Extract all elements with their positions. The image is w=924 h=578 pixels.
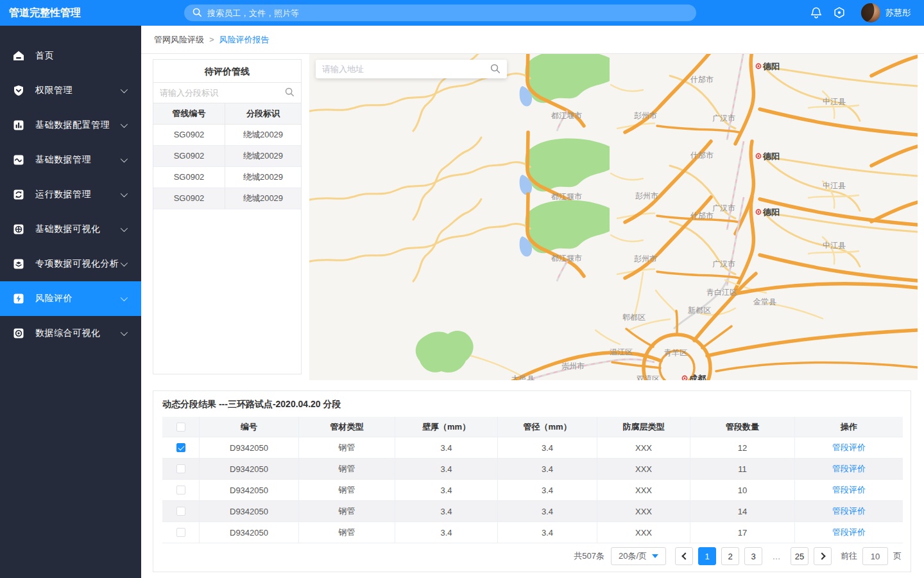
segment-table-body: D9342050钢管3.43.4XXX12管段评价D9342050钢管3.43.… — [162, 437, 903, 543]
segment-cell: 钢管 — [299, 459, 395, 479]
segment-cell: 3.4 — [395, 459, 498, 479]
row-checkbox[interactable] — [176, 464, 185, 473]
page-number-button[interactable]: 3 — [744, 547, 762, 565]
breadcrumb-current[interactable]: 风险评价报告 — [219, 34, 270, 46]
next-page-button[interactable] — [814, 547, 832, 565]
row-checkbox[interactable] — [176, 507, 185, 516]
map-address-input[interactable] — [322, 64, 490, 74]
pipeline-row[interactable]: SG0902 绕城20029 — [153, 188, 301, 209]
sidebar-item-7[interactable]: 风险评价 — [0, 281, 141, 316]
sidebar-item-label: 基础数据管理 — [35, 154, 91, 166]
wave-icon — [13, 154, 24, 166]
pipeline-row[interactable]: SG0902 绕城20029 — [153, 125, 301, 146]
sidebar-nav: 首页权限管理基础数据配置管理基础数据管理运行数据管理基础数据可视化专项数据可视化… — [0, 26, 141, 578]
row-checkbox[interactable] — [176, 486, 185, 495]
segment-cell: XXX — [597, 459, 690, 479]
map-canvas[interactable]: 德阳德阳德阳成都什邡市什邡市什邡市广汉市广汉市广汉市中江县中江县中江县彭州市彭州… — [309, 54, 918, 380]
map-address-search[interactable] — [316, 60, 507, 78]
search-icon[interactable] — [490, 63, 501, 76]
goto-label: 前往 — [841, 550, 857, 562]
sidebar-item-3[interactable]: 基础数据管理 — [0, 143, 141, 177]
map-district-label: 大邑县 — [511, 374, 535, 380]
global-search-input[interactable] — [207, 8, 689, 18]
notification-bell-icon[interactable] — [809, 6, 823, 20]
segment-cell: D9342050 — [200, 522, 299, 543]
map-district-label: 彭州市 — [634, 111, 657, 120]
chevron-down-icon — [121, 155, 128, 162]
segment-col-6: 操作 — [795, 417, 903, 437]
global-search[interactable] — [184, 4, 696, 21]
segment-cell: 10 — [690, 480, 795, 500]
sync-icon — [13, 189, 24, 200]
user-name[interactable]: 苏慧彤 — [886, 0, 911, 26]
settings-icon[interactable] — [832, 6, 846, 20]
row-checkbox[interactable] — [176, 443, 185, 452]
map-city-label: 德阳 — [762, 152, 780, 161]
segment-table-row[interactable]: D9342050钢管3.43.4XXX12管段评价 — [162, 437, 903, 459]
breadcrumb-parent[interactable]: 管网风险评级 — [154, 34, 204, 46]
segment-table-row[interactable]: D9342050钢管3.43.4XXX17管段评价 — [162, 522, 903, 543]
map-district-label: 彭州市 — [635, 191, 658, 200]
compass-icon — [13, 223, 24, 235]
segment-evaluate-link[interactable]: 管段评价 — [832, 463, 866, 475]
page-size-value: 20条/页 — [619, 550, 647, 562]
segment-results-panel: 动态分段结果 ---三环路试点-2020.04.20 分段 编号管材类型壁厚（m… — [153, 390, 911, 572]
map-district-label: 都江堰市 — [551, 111, 582, 120]
sidebar-item-label: 数据综合可视化 — [35, 328, 101, 339]
page-number-button[interactable]: 1 — [698, 547, 716, 565]
user-avatar[interactable] — [861, 3, 880, 22]
segment-cell: 钢管 — [299, 480, 395, 500]
breadcrumb: 管网风险评级 > 风险评价报告 — [141, 26, 924, 54]
chevron-right-icon — [818, 552, 825, 559]
segment-cell: 14 — [690, 501, 795, 521]
row-checkbox[interactable] — [176, 528, 185, 537]
page-number-button[interactable]: 2 — [721, 547, 739, 565]
sidebar-item-label: 首页 — [35, 50, 54, 62]
map-district-label: 崇州市 — [561, 362, 585, 371]
map-city-label: 成都 — [689, 374, 706, 381]
sidebar-item-2[interactable]: 基础数据配置管理 — [0, 108, 141, 143]
segment-evaluate-link[interactable]: 管段评价 — [832, 527, 866, 538]
pending-pipelines-title: 待评价管线 — [153, 60, 301, 83]
page-number-button[interactable]: 25 — [791, 547, 809, 565]
layers-icon — [13, 258, 24, 270]
sidebar-item-4[interactable]: 运行数据管理 — [0, 177, 141, 212]
search-icon[interactable] — [284, 87, 295, 99]
home-icon — [13, 50, 24, 62]
pipeline-number: SG0902 — [153, 167, 225, 188]
segment-table-header: 编号管材类型壁厚（mm）管径（mm）防腐层类型管段数量操作 — [162, 417, 903, 437]
page-ellipsis: … — [767, 547, 785, 565]
segment-id: 绕城20029 — [225, 125, 301, 145]
page-size-select[interactable]: 20条/页 — [611, 547, 666, 565]
segment-evaluate-link[interactable]: 管段评价 — [832, 505, 866, 517]
segment-id-search-input[interactable] — [160, 88, 284, 98]
map-district-label: 青白江区 — [706, 288, 737, 297]
chevron-down-icon — [121, 294, 128, 301]
sidebar-item-1[interactable]: 权限管理 — [0, 73, 141, 108]
map-district-label: 什邡市 — [690, 151, 714, 160]
segment-table-row[interactable]: D9342050钢管3.43.4XXX14管段评价 — [162, 501, 903, 522]
breadcrumb-separator: > — [209, 35, 214, 44]
segment-evaluate-link[interactable]: 管段评价 — [832, 442, 866, 453]
sidebar-item-6[interactable]: 专项数据可视化分析 — [0, 247, 141, 281]
sidebar-item-8[interactable]: 数据综合可视化 — [0, 316, 141, 351]
map-district-label: 中江县 — [823, 241, 846, 250]
sidebar-item-5[interactable]: 基础数据可视化 — [0, 212, 141, 247]
pipeline-row[interactable]: SG0902 绕城20029 — [153, 167, 301, 188]
segment-id-search[interactable] — [153, 83, 301, 103]
pipeline-row[interactable]: SG0902 绕城20029 — [153, 146, 301, 167]
prev-page-button[interactable] — [675, 547, 693, 565]
goto-unit: 页 — [893, 550, 902, 562]
chevron-left-icon — [681, 552, 689, 559]
sidebar-item-0[interactable]: 首页 — [0, 39, 141, 73]
select-all-checkbox[interactable] — [176, 423, 185, 432]
segment-evaluate-link[interactable]: 管段评价 — [832, 484, 866, 496]
segment-table-row[interactable]: D9342050钢管3.43.4XXX11管段评价 — [162, 459, 903, 480]
map-district-label: 广汉市 — [712, 114, 735, 123]
pipeline-number: SG0902 — [153, 125, 225, 145]
map[interactable]: 德阳德阳德阳成都什邡市什邡市什邡市广汉市广汉市广汉市中江县中江县中江县彭州市彭州… — [309, 54, 918, 380]
map-district-label: 中江县 — [823, 97, 846, 106]
chevron-down-icon — [121, 259, 128, 267]
goto-page-input[interactable] — [862, 547, 888, 565]
segment-table-row[interactable]: D9342050钢管3.43.4XXX10管段评价 — [162, 480, 903, 501]
